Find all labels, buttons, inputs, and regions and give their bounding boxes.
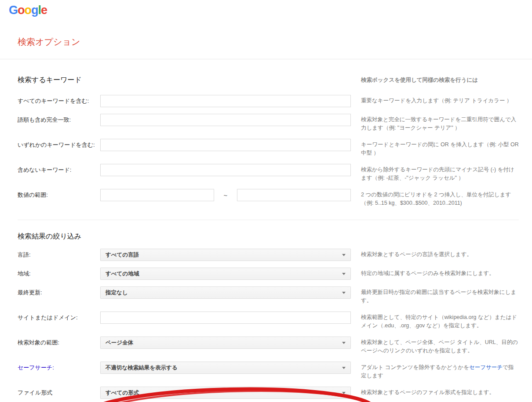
terms-appearing-value: ページ全体 bbox=[106, 339, 133, 347]
last-update-dropdown[interactable]: 指定なし bbox=[100, 286, 351, 299]
chevron-down-icon bbox=[342, 342, 346, 344]
row-last-update: 最終更新: 指定なし 最終更新日時が指定の範囲に該当するページを検索対象にします… bbox=[18, 286, 519, 305]
safesearch-hint: アダルト コンテンツを除外するかどうかをセーフサーチで指定します bbox=[361, 362, 519, 380]
terms-appearing-dropdown[interactable]: ページ全体 bbox=[100, 337, 351, 349]
site-domain-hint: 検索範囲として、特定のサイト（wikipedia.org など）またはドメイン（… bbox=[361, 311, 519, 330]
google-logo[interactable]: Google bbox=[9, 4, 47, 17]
row-safesearch: セーフサーチ: 不適切な検索結果を表示する アダルト コンテンツを除外するかどう… bbox=[18, 362, 519, 380]
region-label: 地域: bbox=[18, 268, 100, 280]
logo-letter: o bbox=[25, 4, 32, 17]
region-value: すべての地域 bbox=[106, 270, 139, 278]
last-update-hint: 最終更新日時が指定の範囲に該当するページを検索対象にします。 bbox=[361, 286, 519, 305]
range-from-input[interactable] bbox=[100, 189, 214, 201]
filetype-hint: 検索対象とするページのファイル形式を指定します。 bbox=[361, 387, 519, 397]
none-words-hint: 検索から除外するキーワードの先頭にマイナス記号 (-) を付けます（例: -紅茶… bbox=[361, 164, 519, 182]
row-site-domain: サイトまたはドメイン: 検索範囲として、特定のサイト（wikipedia.org… bbox=[18, 311, 519, 330]
language-value: すべての言語 bbox=[106, 251, 139, 259]
row-all-words: すべてのキーワードを含む: 重要なキーワードを入力します（例: テリア トライカ… bbox=[18, 95, 519, 107]
exact-phrase-hint: 検索対象と完全に一致するキーワードを二重引用符で囲んで入力します（例: "ヨーク… bbox=[361, 114, 519, 132]
chevron-down-icon bbox=[342, 392, 346, 394]
terms-appearing-hint: 検索対象として、ページ全体、ページ タイトル、URL、目的のページへのリンクのい… bbox=[361, 337, 519, 355]
safesearch-dropdown[interactable]: 不適切な検索結果を表示する bbox=[100, 362, 351, 374]
number-range-hint: 2 つの数値の間にピリオドを 2 つ挿入し、単位を付記します（例: 5..15 … bbox=[361, 189, 519, 207]
row-exact-phrase: 語順も含め完全一致: 検索対象と完全に一致するキーワードを二重引用符で囲んで入力… bbox=[18, 114, 519, 132]
none-words-input[interactable] bbox=[100, 164, 351, 176]
row-region: 地域: すべての地域 特定の地域に属するページのみを検索対象にします。 bbox=[18, 268, 519, 280]
last-update-label: 最終更新: bbox=[18, 286, 100, 299]
section-divider bbox=[18, 220, 519, 220]
row-language: 言語: すべての言語 検索対象とするページの言語を選択します。 bbox=[18, 249, 519, 261]
range-to-input[interactable] bbox=[237, 189, 351, 201]
number-range-label: 数値の範囲: bbox=[18, 189, 100, 201]
any-words-label: いずれかのキーワードを含む: bbox=[18, 139, 100, 151]
row-any-words: いずれかのキーワードを含む: キーワードとキーワードの間に OR を挿入します（… bbox=[18, 139, 519, 157]
site-domain-label: サイトまたはドメイン: bbox=[18, 311, 100, 324]
all-words-label: すべてのキーワードを含む: bbox=[18, 95, 100, 107]
all-words-hint: 重要なキーワードを入力します（例: テリア トライカラー ） bbox=[361, 95, 519, 105]
main-content: 検索するキーワード 検索ボックスを使用して同様の検索を行うには すべてのキーワー… bbox=[0, 76, 532, 402]
section-title-refine: 検索結果の絞り込み bbox=[18, 232, 351, 241]
language-dropdown[interactable]: すべての言語 bbox=[100, 249, 351, 261]
all-words-input[interactable] bbox=[100, 95, 351, 107]
row-number-range: 数値の範囲: ~ 2 つの数値の間にピリオドを 2 つ挿入し、単位を付記します（… bbox=[18, 189, 519, 207]
exact-phrase-label: 語順も含め完全一致: bbox=[18, 114, 100, 126]
logo-letter: g bbox=[31, 4, 38, 17]
chevron-down-icon bbox=[342, 273, 346, 275]
any-words-input[interactable] bbox=[100, 139, 351, 151]
any-words-hint: キーワードとキーワードの間に OR を挿入します（例: 小型 OR 中型 ） bbox=[361, 139, 519, 157]
logo-letter: e bbox=[41, 4, 47, 17]
safesearch-value: 不適切な検索結果を表示する bbox=[106, 364, 178, 372]
exact-phrase-input[interactable] bbox=[100, 114, 351, 126]
page-title: 検索オプション bbox=[18, 36, 80, 48]
language-hint: 検索対象とするページの言語を選択します。 bbox=[361, 249, 519, 259]
row-none-words: 含めないキーワード: 検索から除外するキーワードの先頭にマイナス記号 (-) を… bbox=[18, 164, 519, 182]
section-refine-head: 検索結果の絞り込み bbox=[18, 232, 519, 241]
section-keywords-head: 検索するキーワード 検索ボックスを使用して同様の検索を行うには bbox=[18, 76, 519, 85]
region-hint: 特定の地域に属するページのみを検索対象にします。 bbox=[361, 268, 519, 278]
site-domain-input[interactable] bbox=[100, 311, 351, 324]
filetype-value: すべての形式 bbox=[106, 389, 139, 397]
advanced-search-page: { "logo": { "letters": ["G","o","o","g",… bbox=[0, 0, 532, 402]
last-update-value: 指定なし bbox=[106, 289, 128, 297]
chevron-down-icon bbox=[342, 254, 346, 256]
language-label: 言語: bbox=[18, 249, 100, 261]
terms-appearing-label: 検索対象の範囲: bbox=[18, 337, 100, 349]
safesearch-hint-text: アダルト コンテンツを除外するかどうかを bbox=[361, 364, 469, 370]
safesearch-label-link[interactable]: セーフサーチ: bbox=[18, 362, 100, 374]
row-filetype: ファイル形式 すべての形式 検索対象とするページのファイル形式を指定します。 bbox=[18, 387, 519, 399]
hints-header: 検索ボックスを使用して同様の検索を行うには bbox=[361, 76, 519, 85]
logo-letter: o bbox=[18, 4, 25, 17]
page-header: Google 検索オプション bbox=[0, 0, 532, 59]
logo-letter: G bbox=[9, 4, 18, 17]
safesearch-inline-link[interactable]: セーフサーチ bbox=[469, 364, 503, 370]
none-words-label: 含めないキーワード: bbox=[18, 164, 100, 176]
chevron-down-icon bbox=[342, 367, 346, 369]
section-title-keywords: 検索するキーワード bbox=[18, 76, 351, 85]
region-dropdown[interactable]: すべての地域 bbox=[100, 268, 351, 280]
filetype-label: ファイル形式 bbox=[18, 387, 100, 399]
row-terms-appearing: 検索対象の範囲: ページ全体 検索対象として、ページ全体、ページ タイトル、UR… bbox=[18, 337, 519, 355]
range-separator: ~ bbox=[224, 192, 228, 199]
chevron-down-icon bbox=[342, 292, 346, 294]
filetype-dropdown[interactable]: すべての形式 bbox=[100, 387, 351, 399]
